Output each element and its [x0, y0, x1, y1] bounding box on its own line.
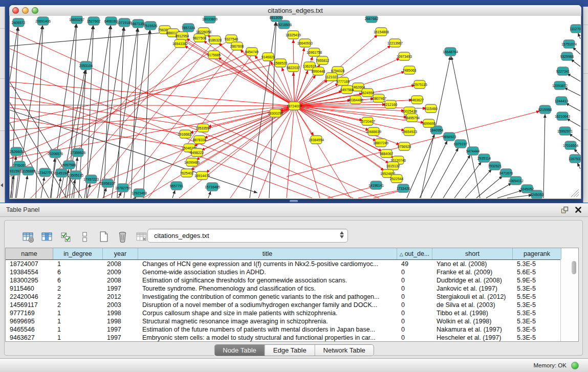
graph-node[interactable]: 16154808 [374, 28, 389, 36]
graph-node[interactable]: 9329966 [560, 52, 574, 60]
tab-node-table[interactable]: Node Table [214, 345, 265, 356]
graph-node[interactable]: 8878334 [193, 136, 207, 144]
graph-node[interactable]: 7955812 [316, 56, 330, 64]
network-canvas[interactable]: 2405572206914061665325715276026466162107… [9, 16, 581, 199]
column-header-in_degree[interactable]: in_degree [53, 248, 103, 259]
graph-node[interactable]: 11156889 [20, 167, 35, 175]
graph-node[interactable]: 18724007 [287, 102, 302, 110]
memory-status-icon[interactable] [571, 362, 579, 369]
graph-node[interactable]: 2526605 [10, 147, 23, 156]
table-row[interactable]: 2242004622012Investigating the contribut… [6, 293, 578, 301]
show-columns-icon[interactable] [39, 229, 54, 244]
graph-node[interactable]: 9097588 [62, 161, 76, 169]
graph-node[interactable]: 9699695 [422, 119, 436, 127]
graph-node[interactable]: 14099489 [184, 158, 200, 166]
graph-node[interactable]: 15720407 [360, 117, 375, 125]
graph-node[interactable]: 6379197 [454, 140, 468, 148]
graph-node[interactable]: 12342757 [37, 168, 53, 177]
graph-node[interactable]: 2405572 [12, 18, 26, 27]
close-panel-icon[interactable] [575, 206, 582, 213]
graph-node[interactable]: 3931591 [10, 167, 21, 175]
graph-node[interactable]: 16033809 [202, 16, 217, 23]
graph-node[interactable]: 1112706 [570, 25, 581, 33]
graph-node[interactable]: 16648764 [443, 48, 458, 56]
select-all-icon[interactable] [58, 229, 73, 244]
graph-node[interactable]: 9498222 [190, 148, 204, 157]
graph-node[interactable]: 18325419 [286, 31, 301, 39]
graph-node[interactable]: 15716485 [205, 183, 220, 191]
graph-node[interactable]: 20691406 [35, 17, 51, 25]
table-row[interactable]: 946554611997Estimation of the future num… [6, 325, 578, 334]
table-selector[interactable]: citations_edges.txt [147, 229, 348, 243]
graph-node[interactable]: 12093872 [552, 81, 568, 90]
graph-node[interactable]: 16782759 [115, 184, 130, 192]
graph-node[interactable]: 9884067 [380, 149, 394, 158]
graph-node[interactable]: 14196141 [368, 181, 384, 189]
graph-node[interactable]: 8454749 [245, 48, 259, 56]
column-header-title[interactable]: title [138, 248, 397, 259]
column-header-name[interactable]: name [6, 248, 53, 259]
split-pane-handle[interactable] [290, 200, 298, 202]
table-row[interactable]: 977716911998Corpus callosum shape and si… [6, 309, 578, 317]
graph-node[interactable]: 7625402 [180, 169, 194, 177]
clear-selection-icon[interactable] [77, 229, 92, 244]
window-titlebar[interactable]: citations_edges.txt [9, 5, 581, 16]
graph-node[interactable]: 8245053 [530, 190, 544, 199]
graph-node[interactable]: 9227341 [556, 67, 570, 75]
graph-node[interactable]: 16210643 [555, 112, 570, 120]
graph-node[interactable]: 15992971 [557, 127, 573, 135]
graph-node[interactable]: 9474444 [466, 147, 480, 155]
graph-node[interactable]: 10654112 [508, 177, 524, 185]
column-header-pagerank[interactable]: pagerank [513, 248, 561, 259]
graph-node[interactable]: 2687682 [365, 16, 379, 23]
graph-node[interactable]: 16961758 [307, 48, 322, 56]
graph-node[interactable]: 16640910 [297, 39, 313, 47]
graph-node[interactable]: 2522544 [390, 174, 404, 183]
graph-node[interactable]: 10807467 [371, 94, 386, 102]
column-header-year[interactable]: year [103, 248, 138, 259]
column-header-short[interactable]: short [432, 248, 513, 259]
graph-node[interactable]: 12213967 [387, 39, 403, 47]
graph-node[interactable]: 12923468 [132, 189, 147, 197]
graph-node[interactable]: 20206576 [48, 149, 63, 158]
graph-node[interactable]: 9756928 [398, 142, 411, 150]
graph-node[interactable]: 9146821 [262, 53, 275, 61]
graph-node[interactable]: 3624554 [361, 89, 375, 97]
graph-node[interactable]: 6497568 [340, 85, 354, 94]
graph-node[interactable]: 1588520 [274, 59, 288, 67]
graph-node[interactable]: 19384554 [309, 136, 324, 144]
graph-node[interactable]: 10719185 [117, 18, 132, 27]
graph-node[interactable]: 9777169 [336, 77, 350, 85]
graph-node[interactable]: 1167533 [569, 155, 581, 163]
graph-node[interactable]: 2053104 [79, 61, 93, 70]
graph-node[interactable]: 15751074 [561, 40, 577, 48]
new-column-icon[interactable] [96, 229, 111, 244]
graph-node[interactable]: 6466162 [104, 17, 118, 25]
graph-node[interactable]: 16653257 [69, 16, 84, 24]
graph-node[interactable]: 10973493 [397, 52, 412, 60]
graph-node[interactable]: 8471676 [499, 169, 513, 177]
graph-node[interactable]: 19166827 [178, 130, 193, 138]
graph-node[interactable]: 8990448 [312, 67, 325, 75]
delete-column-icon[interactable] [115, 229, 129, 244]
tab-network-table[interactable]: Network Table [315, 345, 374, 356]
graph-node[interactable]: 7515526 [144, 21, 158, 30]
graph-node[interactable]: 13533594 [195, 124, 211, 132]
graph-node[interactable]: 9463627 [410, 96, 424, 104]
graph-node[interactable]: 9115460 [424, 104, 438, 113]
left-panel-edge[interactable] [0, 7, 5, 203]
graph-node[interactable]: 5822037 [287, 63, 300, 72]
graph-node[interactable]: 18807249 [373, 139, 388, 147]
table-scrollbar[interactable] [560, 259, 578, 341]
graph-node[interactable]: 7857224 [182, 24, 195, 32]
scrollbar-thumb[interactable] [572, 261, 576, 274]
graph-node[interactable]: 8215958 [538, 105, 552, 114]
graph-node[interactable]: 1244413 [555, 97, 569, 105]
table-row[interactable]: 969969511998Structural magnetic resonanc… [6, 317, 578, 325]
graph-node[interactable]: 7932621 [488, 162, 502, 170]
graph-node[interactable]: 10688639 [366, 127, 381, 136]
column-header-out_de[interactable]: △out_de... [397, 248, 432, 259]
graph-node[interactable]: 16958107 [100, 179, 115, 187]
graph-node[interactable]: 19654923 [402, 127, 417, 136]
graph-node[interactable]: 20364486 [348, 96, 363, 104]
